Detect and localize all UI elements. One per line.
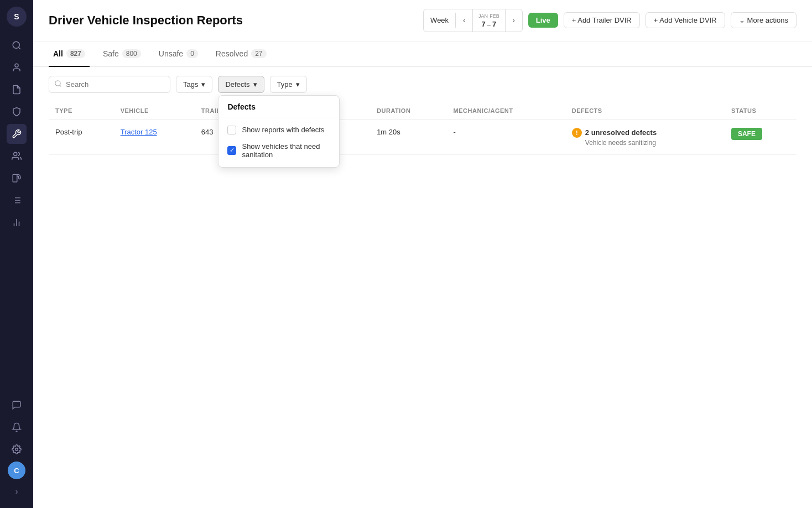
defects-dropdown-menu: Defects Show reports with defects Show v… [218, 95, 340, 168]
sidebar-item-chart[interactable] [7, 212, 27, 232]
defect-dot: ! [572, 128, 582, 138]
sidebar-item-document[interactable] [7, 80, 27, 100]
search-wrap [49, 76, 170, 93]
defect-sub-text: Vehicle needs sanitizing [585, 139, 718, 147]
add-vehicle-dvir-button[interactable]: + Add Vehicle DVIR [646, 12, 725, 28]
svg-line-16 [60, 85, 61, 86]
chevron-down-icon: ▾ [296, 80, 300, 89]
col-type: TYPE [49, 102, 114, 120]
chevron-down-icon: ▾ [201, 80, 205, 89]
sidebar-item-list[interactable] [7, 190, 27, 210]
search-input[interactable] [49, 76, 170, 93]
col-status: STATUS [725, 102, 797, 120]
sidebar-expand-button[interactable]: › [7, 481, 27, 501]
week-nav-prev[interactable]: ‹ [456, 12, 472, 29]
sidebar-item-person[interactable] [7, 58, 27, 77]
app-logo[interactable]: S [7, 7, 27, 27]
cell-type: Post-trip [49, 120, 114, 154]
defects-option-sanitation[interactable]: Show vehicles that need sanitation [218, 138, 339, 163]
sidebar-item-settings[interactable] [7, 439, 27, 459]
defects-option-reports[interactable]: Show reports with defects [218, 122, 339, 138]
defects-sanitation-checkbox[interactable] [227, 146, 236, 155]
col-vehicle: VEHICLE [114, 102, 195, 120]
tab-all[interactable]: All 827 [49, 42, 90, 67]
sidebar: S [0, 0, 33, 508]
col-duration: DURATION [370, 102, 446, 120]
table-row: Post-trip Tractor 125 643 Mar 23, 5:34 P… [49, 120, 797, 154]
page-title: Driver Vehicle Inspection Reports [49, 13, 414, 28]
tab-safe[interactable]: Safe 800 [98, 42, 145, 67]
week-nav-label[interactable]: Week [424, 13, 456, 28]
svg-point-3 [14, 152, 17, 155]
defects-reports-checkbox[interactable] [227, 126, 236, 134]
more-actions-button[interactable]: ⌄ More actions [731, 12, 797, 28]
svg-rect-4 [13, 174, 17, 182]
week-nav-next[interactable]: › [506, 12, 522, 29]
table-container: TYPE VEHICLE TRAILER SIGNED AT DURATION … [33, 102, 812, 508]
sidebar-item-shield[interactable] [7, 102, 27, 122]
sidebar-item-search[interactable] [7, 35, 27, 55]
defects-filter-wrap: Defects ▾ Defects Show reports with defe… [218, 76, 264, 93]
svg-point-14 [15, 448, 18, 451]
vehicle-link[interactable]: Tractor 125 [121, 128, 157, 136]
sidebar-item-chat[interactable] [7, 395, 27, 415]
sidebar-item-fuel[interactable] [7, 168, 27, 188]
header-controls: Week ‹ JAN FEB 7 – 7 › Live + Add Traile… [423, 9, 797, 32]
defects-filter-button[interactable]: Defects ▾ [218, 76, 264, 93]
inspections-table: TYPE VEHICLE TRAILER SIGNED AT DURATION … [49, 102, 797, 155]
user-avatar[interactable]: C [8, 462, 25, 479]
cell-status: SAFE [725, 120, 797, 154]
col-mechanic: MECHANIC/AGENT [447, 102, 565, 120]
page-header: Driver Vehicle Inspection Reports Week ‹… [33, 0, 812, 42]
cell-duration: 1m 20s [370, 120, 446, 154]
tabs-bar: All 827 Safe 800 Unsafe 0 Resolved 27 [33, 42, 812, 67]
sidebar-item-bell[interactable] [7, 417, 27, 437]
cell-mechanic: - [447, 120, 565, 154]
live-button[interactable]: Live [528, 13, 558, 28]
tags-filter-button[interactable]: Tags ▾ [176, 76, 212, 93]
type-filter-button[interactable]: Type ▾ [270, 76, 307, 93]
svg-point-15 [55, 80, 60, 85]
add-trailer-dvir-button[interactable]: + Add Trailer DVIR [564, 12, 640, 28]
week-nav: Week ‹ JAN FEB 7 – 7 › [423, 9, 523, 32]
search-icon [54, 80, 62, 89]
chevron-down-icon: ▾ [253, 80, 257, 89]
defect-count: 2 unresolved defects [585, 128, 657, 137]
svg-point-0 [13, 42, 19, 48]
status-badge: SAFE [731, 128, 762, 140]
week-date-range: JAN FEB 7 – 7 [472, 9, 506, 32]
cell-defects: ! 2 unresolved defects Vehicle needs san… [565, 120, 725, 154]
chevron-down-icon: ⌄ [739, 16, 745, 24]
tab-unsafe[interactable]: Unsafe 0 [154, 42, 202, 67]
defects-dropdown-title: Defects [218, 102, 339, 117]
cell-vehicle: Tractor 125 [114, 120, 195, 154]
filters-bar: Tags ▾ Defects ▾ Defects Show reports wi… [33, 67, 812, 102]
col-defects: DEFECTS [565, 102, 725, 120]
svg-point-2 [15, 64, 18, 67]
svg-line-1 [18, 47, 20, 49]
sidebar-item-team[interactable] [7, 146, 27, 166]
sidebar-item-wrench[interactable] [7, 124, 27, 144]
tab-resolved[interactable]: Resolved 27 [211, 42, 271, 67]
